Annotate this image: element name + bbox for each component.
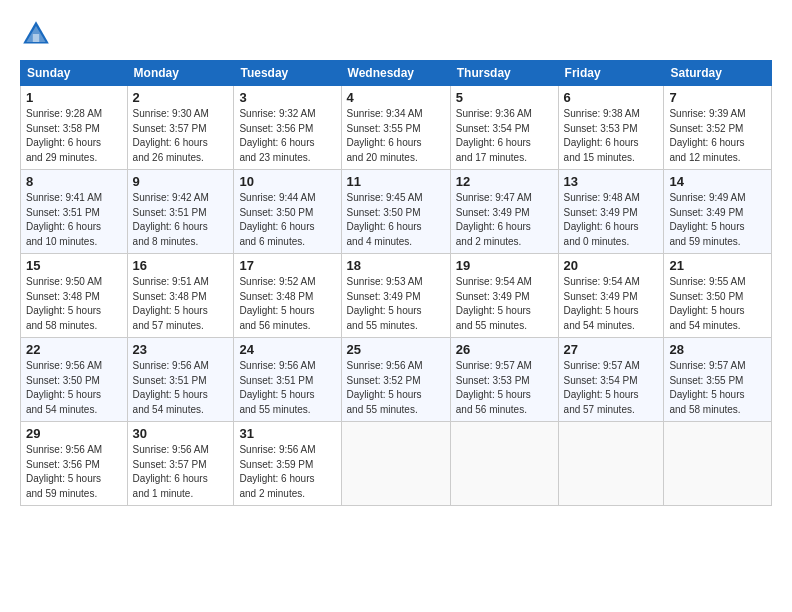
day-info: Sunrise: 9:42 AM Sunset: 3:51 PM Dayligh… [133,191,229,249]
calendar-cell [664,422,772,506]
day-number: 5 [456,90,553,105]
day-number: 21 [669,258,766,273]
calendar-header-friday: Friday [558,61,664,86]
day-info: Sunrise: 9:50 AM Sunset: 3:48 PM Dayligh… [26,275,122,333]
calendar-week-2: 8Sunrise: 9:41 AM Sunset: 3:51 PM Daylig… [21,170,772,254]
day-number: 23 [133,342,229,357]
day-info: Sunrise: 9:54 AM Sunset: 3:49 PM Dayligh… [456,275,553,333]
day-info: Sunrise: 9:30 AM Sunset: 3:57 PM Dayligh… [133,107,229,165]
day-info: Sunrise: 9:55 AM Sunset: 3:50 PM Dayligh… [669,275,766,333]
day-info: Sunrise: 9:57 AM Sunset: 3:54 PM Dayligh… [564,359,659,417]
calendar-cell: 28Sunrise: 9:57 AM Sunset: 3:55 PM Dayli… [664,338,772,422]
day-info: Sunrise: 9:57 AM Sunset: 3:55 PM Dayligh… [669,359,766,417]
svg-rect-2 [33,34,39,42]
day-info: Sunrise: 9:56 AM Sunset: 3:57 PM Dayligh… [133,443,229,501]
day-number: 3 [239,90,335,105]
calendar-cell: 21Sunrise: 9:55 AM Sunset: 3:50 PM Dayli… [664,254,772,338]
calendar-cell: 23Sunrise: 9:56 AM Sunset: 3:51 PM Dayli… [127,338,234,422]
day-info: Sunrise: 9:56 AM Sunset: 3:50 PM Dayligh… [26,359,122,417]
day-number: 9 [133,174,229,189]
day-info: Sunrise: 9:54 AM Sunset: 3:49 PM Dayligh… [564,275,659,333]
day-number: 6 [564,90,659,105]
day-number: 25 [347,342,445,357]
day-info: Sunrise: 9:36 AM Sunset: 3:54 PM Dayligh… [456,107,553,165]
day-number: 12 [456,174,553,189]
calendar-cell: 22Sunrise: 9:56 AM Sunset: 3:50 PM Dayli… [21,338,128,422]
day-number: 11 [347,174,445,189]
day-info: Sunrise: 9:41 AM Sunset: 3:51 PM Dayligh… [26,191,122,249]
day-number: 13 [564,174,659,189]
day-info: Sunrise: 9:39 AM Sunset: 3:52 PM Dayligh… [669,107,766,165]
calendar-cell: 17Sunrise: 9:52 AM Sunset: 3:48 PM Dayli… [234,254,341,338]
calendar-cell: 27Sunrise: 9:57 AM Sunset: 3:54 PM Dayli… [558,338,664,422]
day-number: 14 [669,174,766,189]
day-number: 2 [133,90,229,105]
calendar-header-thursday: Thursday [450,61,558,86]
calendar-cell: 11Sunrise: 9:45 AM Sunset: 3:50 PM Dayli… [341,170,450,254]
day-number: 27 [564,342,659,357]
calendar-header-row: SundayMondayTuesdayWednesdayThursdayFrid… [21,61,772,86]
calendar-week-1: 1Sunrise: 9:28 AM Sunset: 3:58 PM Daylig… [21,86,772,170]
calendar-cell: 4Sunrise: 9:34 AM Sunset: 3:55 PM Daylig… [341,86,450,170]
calendar-cell: 15Sunrise: 9:50 AM Sunset: 3:48 PM Dayli… [21,254,128,338]
day-number: 15 [26,258,122,273]
day-info: Sunrise: 9:56 AM Sunset: 3:52 PM Dayligh… [347,359,445,417]
calendar-cell: 14Sunrise: 9:49 AM Sunset: 3:49 PM Dayli… [664,170,772,254]
day-number: 18 [347,258,445,273]
calendar-cell [450,422,558,506]
day-info: Sunrise: 9:52 AM Sunset: 3:48 PM Dayligh… [239,275,335,333]
header [20,18,772,50]
logo-icon [20,18,52,50]
calendar-cell: 16Sunrise: 9:51 AM Sunset: 3:48 PM Dayli… [127,254,234,338]
calendar-cell: 20Sunrise: 9:54 AM Sunset: 3:49 PM Dayli… [558,254,664,338]
day-number: 28 [669,342,766,357]
day-number: 24 [239,342,335,357]
calendar-header-sunday: Sunday [21,61,128,86]
calendar-cell: 24Sunrise: 9:56 AM Sunset: 3:51 PM Dayli… [234,338,341,422]
calendar-week-4: 22Sunrise: 9:56 AM Sunset: 3:50 PM Dayli… [21,338,772,422]
calendar-cell: 31Sunrise: 9:56 AM Sunset: 3:59 PM Dayli… [234,422,341,506]
day-info: Sunrise: 9:53 AM Sunset: 3:49 PM Dayligh… [347,275,445,333]
day-info: Sunrise: 9:56 AM Sunset: 3:51 PM Dayligh… [239,359,335,417]
day-info: Sunrise: 9:49 AM Sunset: 3:49 PM Dayligh… [669,191,766,249]
logo [20,18,56,50]
calendar-cell: 8Sunrise: 9:41 AM Sunset: 3:51 PM Daylig… [21,170,128,254]
day-number: 30 [133,426,229,441]
calendar-table: SundayMondayTuesdayWednesdayThursdayFrid… [20,60,772,506]
calendar-header-tuesday: Tuesday [234,61,341,86]
calendar-cell [341,422,450,506]
day-info: Sunrise: 9:56 AM Sunset: 3:51 PM Dayligh… [133,359,229,417]
calendar-week-5: 29Sunrise: 9:56 AM Sunset: 3:56 PM Dayli… [21,422,772,506]
calendar-cell: 1Sunrise: 9:28 AM Sunset: 3:58 PM Daylig… [21,86,128,170]
day-info: Sunrise: 9:56 AM Sunset: 3:59 PM Dayligh… [239,443,335,501]
calendar-cell: 29Sunrise: 9:56 AM Sunset: 3:56 PM Dayli… [21,422,128,506]
day-number: 8 [26,174,122,189]
calendar-header-saturday: Saturday [664,61,772,86]
page: SundayMondayTuesdayWednesdayThursdayFrid… [0,0,792,518]
day-number: 29 [26,426,122,441]
calendar-cell: 19Sunrise: 9:54 AM Sunset: 3:49 PM Dayli… [450,254,558,338]
day-number: 17 [239,258,335,273]
day-info: Sunrise: 9:28 AM Sunset: 3:58 PM Dayligh… [26,107,122,165]
day-info: Sunrise: 9:38 AM Sunset: 3:53 PM Dayligh… [564,107,659,165]
calendar-cell: 9Sunrise: 9:42 AM Sunset: 3:51 PM Daylig… [127,170,234,254]
calendar-cell: 13Sunrise: 9:48 AM Sunset: 3:49 PM Dayli… [558,170,664,254]
day-number: 10 [239,174,335,189]
day-info: Sunrise: 9:47 AM Sunset: 3:49 PM Dayligh… [456,191,553,249]
calendar-cell [558,422,664,506]
calendar-cell: 18Sunrise: 9:53 AM Sunset: 3:49 PM Dayli… [341,254,450,338]
calendar-cell: 25Sunrise: 9:56 AM Sunset: 3:52 PM Dayli… [341,338,450,422]
day-number: 19 [456,258,553,273]
day-info: Sunrise: 9:32 AM Sunset: 3:56 PM Dayligh… [239,107,335,165]
day-number: 4 [347,90,445,105]
day-info: Sunrise: 9:56 AM Sunset: 3:56 PM Dayligh… [26,443,122,501]
calendar-cell: 5Sunrise: 9:36 AM Sunset: 3:54 PM Daylig… [450,86,558,170]
day-number: 20 [564,258,659,273]
day-number: 26 [456,342,553,357]
day-info: Sunrise: 9:34 AM Sunset: 3:55 PM Dayligh… [347,107,445,165]
calendar-cell: 3Sunrise: 9:32 AM Sunset: 3:56 PM Daylig… [234,86,341,170]
day-number: 1 [26,90,122,105]
day-info: Sunrise: 9:51 AM Sunset: 3:48 PM Dayligh… [133,275,229,333]
day-number: 16 [133,258,229,273]
calendar-header-monday: Monday [127,61,234,86]
